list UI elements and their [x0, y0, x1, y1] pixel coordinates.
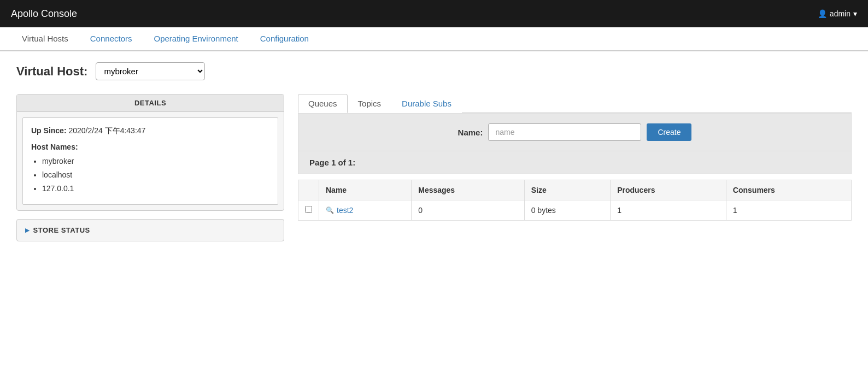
host-names-list: mybroker localhost 127.0.0.1 — [31, 155, 269, 196]
virtual-host-row: Virtual Host: mybroker — [16, 62, 852, 80]
sub-tab-topics[interactable]: Topics — [348, 94, 392, 113]
create-bar: Name: Create — [298, 113, 852, 151]
header: Apollo Console 👤 admin ▾ — [0, 0, 868, 27]
row-size-cell: 0 bytes — [524, 200, 611, 221]
sub-tabs: Queues Topics Durable Subs — [298, 94, 852, 113]
details-box: DETAILS Up Since: 2020/2/24 下午4:43:47 Ho… — [16, 94, 284, 211]
list-item: localhost — [42, 168, 269, 182]
user-menu[interactable]: 👤 admin ▾ — [818, 9, 857, 18]
create-button[interactable]: Create — [647, 123, 691, 141]
user-label: admin — [830, 9, 851, 18]
col-header-consumers: Consumers — [726, 180, 851, 200]
virtual-host-label: Virtual Host: — [16, 64, 87, 79]
sub-tab-queues[interactable]: Queues — [298, 94, 348, 113]
col-header-checkbox — [298, 180, 319, 200]
details-body: Up Since: 2020/2/24 下午4:43:47 Host Names… — [22, 117, 278, 205]
table-header-row: Name Messages Size Producers Consumers — [298, 180, 852, 200]
row-producers-cell: 1 — [611, 200, 726, 221]
col-header-size: Size — [524, 180, 611, 200]
queue-name: test2 — [337, 206, 353, 215]
tab-connectors[interactable]: Connectors — [79, 27, 143, 51]
row-name-cell: 🔍 test2 — [319, 200, 412, 221]
col-header-producers: Producers — [611, 180, 726, 200]
right-panel: Queues Topics Durable Subs Name: Create … — [298, 94, 852, 221]
page-indicator: Page 1 of 1: — [298, 151, 852, 174]
store-status-label: STORE STATUS — [33, 226, 90, 234]
up-since: Up Since: 2020/2/24 下午4:43:47 — [31, 126, 269, 136]
create-name-label: Name: — [458, 128, 483, 137]
queue-name-link[interactable]: 🔍 test2 — [326, 206, 404, 215]
create-name-input[interactable] — [488, 123, 641, 141]
col-header-messages: Messages — [412, 180, 524, 200]
virtual-host-select[interactable]: mybroker — [96, 62, 205, 80]
tab-configuration[interactable]: Configuration — [249, 27, 320, 51]
sub-tab-durable-subs[interactable]: Durable Subs — [391, 94, 462, 113]
content-area: DETAILS Up Since: 2020/2/24 下午4:43:47 Ho… — [16, 94, 852, 241]
triangle-icon: ▶ — [25, 227, 30, 233]
tab-virtual-hosts[interactable]: Virtual Hosts — [11, 27, 79, 51]
store-status-box: ▶ STORE STATUS — [16, 219, 284, 241]
user-icon: 👤 — [818, 9, 827, 18]
row-checkbox[interactable] — [305, 206, 312, 213]
main-content: Virtual Host: mybroker DETAILS Up Since:… — [0, 51, 868, 252]
dropdown-icon: ▾ — [853, 9, 857, 18]
row-consumers-cell: 1 — [726, 200, 851, 221]
details-header: DETAILS — [17, 94, 284, 112]
row-messages-cell: 0 — [412, 200, 524, 221]
row-checkbox-cell — [298, 200, 319, 221]
col-header-name: Name — [319, 180, 412, 200]
list-item: mybroker — [42, 155, 269, 168]
store-status-toggle[interactable]: ▶ STORE STATUS — [17, 220, 284, 241]
host-names-label: Host Names: — [31, 143, 269, 151]
queue-table: Name Messages Size Producers Consumers — [298, 180, 852, 221]
up-since-value: 2020/2/24 下午4:43:47 — [68, 126, 145, 135]
list-item: 127.0.0.1 — [42, 182, 269, 196]
table-row: 🔍 test2 0 0 bytes 1 1 — [298, 200, 852, 221]
search-icon: 🔍 — [326, 206, 334, 214]
up-since-label: Up Since: — [31, 126, 67, 135]
left-panel: DETAILS Up Since: 2020/2/24 下午4:43:47 Ho… — [16, 94, 284, 241]
main-nav: Virtual Hosts Connectors Operating Envir… — [0, 27, 868, 51]
app-title: Apollo Console — [11, 8, 77, 20]
tab-operating-environment[interactable]: Operating Environment — [143, 27, 249, 51]
